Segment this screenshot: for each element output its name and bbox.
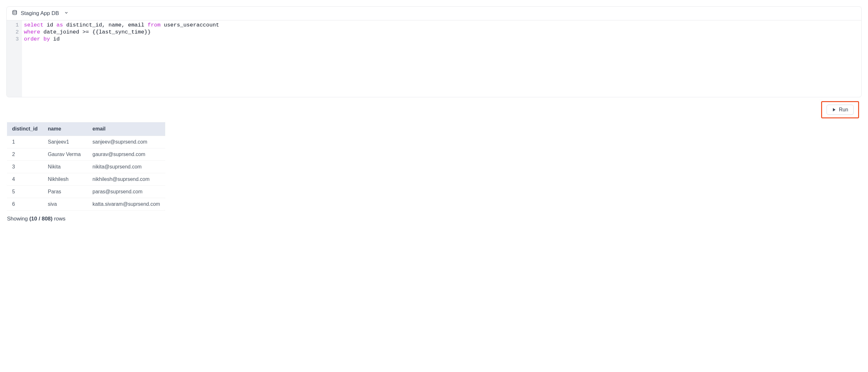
run-bar: Run [6,97,862,120]
table-row[interactable]: 3Nikitanikita@suprsend.com [7,161,165,173]
results-area: distinct_idnameemail 1Sanjeev1sanjeev@su… [6,120,862,210]
run-highlight-box: Run [821,101,859,118]
results-table: distinct_idnameemail 1Sanjeev1sanjeev@su… [7,122,165,210]
sql-editor[interactable]: 123 select id as distinct_id, name, emai… [7,21,861,97]
column-header[interactable]: name [43,122,87,136]
keyword-token: select [24,22,43,28]
line-number: 3 [12,36,19,43]
line-number: 1 [12,22,19,29]
footer-suffix: rows [53,216,66,222]
column-header[interactable]: email [87,122,165,136]
table-cell: Sanjeev1 [43,136,87,148]
db-selector[interactable]: Staging App DB [7,7,861,21]
column-header[interactable]: distinct_id [7,122,43,136]
table-cell: siva [43,198,87,210]
text-token: distinct_id, name, email [63,22,147,28]
svg-point-0 [13,10,17,12]
query-panel: Staging App DB 123 select id as distinct… [6,6,862,97]
table-row[interactable]: 6sivakatta.sivaram@suprsend.com [7,198,165,210]
line-number: 2 [12,29,19,36]
table-cell: 4 [7,173,43,186]
text-token: id [43,22,57,28]
text-token: date_joined >= {{last_sync_time}} [40,29,151,35]
table-row[interactable]: 2Gaurav Vermagaurav@suprsend.com [7,148,165,161]
table-cell: 6 [7,198,43,210]
keyword-token: from [148,22,161,28]
table-row[interactable]: 1Sanjeev1sanjeev@suprsend.com [7,136,165,148]
table-cell: Nikhilesh [43,173,87,186]
editor-gutter: 123 [7,21,22,97]
svg-marker-1 [833,108,835,112]
table-cell: nikita@suprsend.com [87,161,165,173]
table-cell: Paras [43,186,87,198]
footer-prefix: Showing [7,216,29,222]
chevron-down-icon [64,10,68,16]
db-name: Staging App DB [21,10,59,17]
table-cell: Nikita [43,161,87,173]
keyword-token: as [57,22,63,28]
table-row[interactable]: 4Nikhileshnikhilesh@suprsend.com [7,173,165,186]
database-icon [12,10,18,17]
text-token: id [50,36,60,42]
table-cell: gaurav@suprsend.com [87,148,165,161]
code-line[interactable]: order by id [24,36,859,43]
run-button-label: Run [839,107,848,113]
table-cell: 1 [7,136,43,148]
text-token: users_useraccount [161,22,219,28]
table-cell: sanjeev@suprsend.com [87,136,165,148]
keyword-token: order by [24,36,50,42]
table-cell: nikhilesh@suprsend.com [87,173,165,186]
table-row[interactable]: 5Parasparas@suprsend.com [7,186,165,198]
code-line[interactable]: select id as distinct_id, name, email fr… [24,22,859,29]
table-cell: Gaurav Verma [43,148,87,161]
code-line[interactable]: where date_joined >= {{last_sync_time}} [24,29,859,36]
editor-code[interactable]: select id as distinct_id, name, email fr… [22,21,861,97]
play-icon [832,108,836,112]
table-header-row: distinct_idnameemail [7,122,165,136]
table-cell: 2 [7,148,43,161]
keyword-token: where [24,29,40,35]
run-button[interactable]: Run [827,105,854,115]
table-cell: paras@suprsend.com [87,186,165,198]
results-footer: Showing (10 / 808) rows [6,210,862,222]
table-cell: katta.sivaram@suprsend.com [87,198,165,210]
table-cell: 5 [7,186,43,198]
table-body: 1Sanjeev1sanjeev@suprsend.com2Gaurav Ver… [7,136,165,210]
footer-count: (10 / 808) [29,216,53,222]
table-cell: 3 [7,161,43,173]
